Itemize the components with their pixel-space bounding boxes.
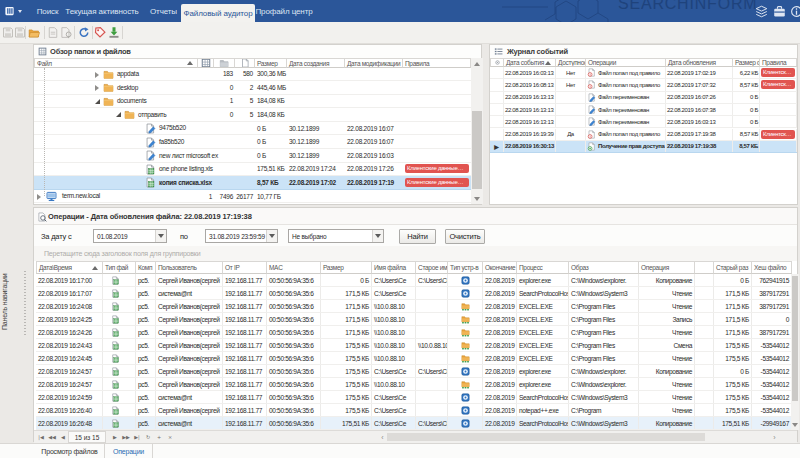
toolbar-button[interactable] — [108, 26, 120, 39]
status-tab[interactable]: Операции — [105, 444, 153, 458]
folder-tree-row[interactable]: new лист microsoft ex 0 Б 30.12.1899 22.… — [34, 149, 471, 163]
menu-tab[interactable]: Поиск — [33, 0, 62, 22]
folder-tree-row[interactable]: one phone listing.xls 175,51 КБ 22.08.20… — [34, 163, 471, 177]
column-header-operation[interactable]: Операции — [586, 58, 666, 67]
column-header-datetime[interactable]: Дата\Время — [36, 261, 103, 274]
pager-button[interactable]: + — [154, 432, 164, 442]
operation-row[interactable]: 22.08.2019 16:24:45 pc5. Сергей Иванов(с… — [36, 352, 792, 365]
scroll-right-button[interactable]: › — [770, 432, 779, 442]
app-menu-caret-icon[interactable] — [18, 10, 22, 13]
navigation-panel-label[interactable]: Панель навигации — [1, 256, 13, 348]
clear-button[interactable]: Очистить — [445, 229, 485, 244]
operation-row[interactable]: 22.08.2019 16:24:08 pc5. Сергей Иванов(с… — [36, 300, 792, 313]
folder-tree-row[interactable]: appdata 183 580 300,36 МБ — [34, 68, 471, 82]
pager-button[interactable]: ◀◀ — [47, 432, 57, 442]
rule-filter-combobox[interactable]: Не выбрано — [288, 229, 384, 243]
scrollbar-thumb[interactable] — [387, 433, 705, 441]
operation-row[interactable]: 22.08.2019 16:24:57 pc5. Сергей Иванов(с… — [36, 365, 792, 378]
operation-row[interactable]: 22.08.2019 16:24:25 pc5. Сергей Иванов(с… — [36, 313, 792, 326]
column-header-process[interactable]: Процесс — [517, 261, 569, 274]
operation-row[interactable]: 22.08.2019 16:17:07 pc5. система@nt 192.… — [36, 287, 792, 300]
horizontal-scrollbar[interactable]: ‹ › — [378, 432, 779, 442]
operation-row[interactable]: 22.08.2019 16:24:43 pc5. Сергей Иванов(с… — [36, 339, 792, 352]
folder-tree-row[interactable]: отправить 0 5 184,08 КБ — [34, 108, 471, 122]
date-from-combobox[interactable]: 01.08.2019 — [93, 229, 167, 243]
expand-arrow-icon[interactable] — [95, 99, 100, 104]
column-header-device-type[interactable]: Тип устр-в — [448, 261, 483, 274]
app-menu-button[interactable] — [5, 5, 16, 17]
group-by-area[interactable]: Перетащите сюда заголовок поля для групп… — [34, 246, 797, 261]
event-row[interactable]: 22.08.2019 16:13:13 Файл переименован 22… — [490, 104, 797, 116]
pager-button[interactable]: ◀ — [58, 432, 68, 442]
event-row[interactable]: ▶ 22.08.2019 16:30:13 Получение прав дос… — [490, 141, 797, 153]
event-row[interactable]: 22.08.2019 16:03:13 Нет Файл попал под п… — [490, 67, 797, 79]
dropdown-arrow-icon[interactable] — [266, 230, 277, 242]
scrollbar-thumb[interactable] — [472, 111, 482, 189]
expand-arrow-icon[interactable] — [95, 72, 99, 78]
column-header-operation[interactable]: Операция — [639, 261, 695, 274]
find-button[interactable]: Найти — [399, 229, 436, 244]
column-header-image[interactable]: Образ — [569, 261, 639, 274]
pager-button[interactable]: ↻ — [143, 432, 153, 442]
expand-arrow-icon[interactable] — [95, 85, 99, 91]
pager-button[interactable]: × — [165, 432, 175, 442]
toolbar-button[interactable] — [28, 26, 40, 39]
event-row[interactable]: 22.08.2019 16:13:13 Файл переименован 22… — [490, 116, 797, 128]
toolbar-button[interactable] — [2, 26, 14, 39]
folder-tree-row[interactable]: копия списка.xlsx 8,57 КБ 22.08.2019 17:… — [34, 176, 471, 190]
toolbar-button[interactable] — [94, 26, 106, 39]
column-header-rules[interactable]: Правила — [760, 58, 797, 67]
expand-arrow-icon[interactable] — [116, 112, 121, 117]
folders-vertical-scrollbar[interactable] — [471, 58, 483, 204]
column-header-created[interactable]: Дата создания — [287, 58, 345, 68]
scroll-left-button[interactable]: ‹ — [378, 432, 387, 442]
column-header-modified[interactable]: Дата модификации — [345, 58, 403, 68]
status-tab[interactable]: Просмотр файлов — [35, 444, 105, 458]
scroll-up-button[interactable] — [471, 58, 483, 69]
folder-tree-row[interactable]: 9475b520 0 Б 30.12.1899 22.08.2019 16:07 — [34, 122, 471, 136]
operation-row[interactable]: 22.08.2019 16:26:48 pc5. система@nt 192.… — [36, 417, 792, 430]
column-header-filename[interactable]: Имя файла — [372, 261, 416, 274]
column-header-event-date[interactable]: Дата события — [504, 58, 556, 67]
event-row[interactable]: 22.08.2019 16:08:13 Нет Файл попал под п… — [490, 79, 797, 91]
column-header-ip[interactable]: От IP — [223, 261, 267, 274]
column-header-hash[interactable]: Хеш файло — [752, 261, 792, 274]
column-header-rules-count[interactable] — [198, 58, 214, 68]
column-header-folders-count[interactable] — [214, 58, 235, 68]
column-header-rules[interactable]: Правила — [403, 58, 471, 68]
scrollbar-thumb[interactable] — [792, 276, 798, 401]
pager-button[interactable]: ▶▶ — [121, 432, 131, 442]
event-row[interactable]: 22.08.2019 16:13:13 Файл переименован 22… — [490, 92, 797, 104]
scroll-down-button[interactable] — [471, 193, 483, 204]
column-header-computer[interactable]: Комп — [136, 261, 156, 274]
operation-row[interactable]: 22.08.2019 16:24:57 pc5. Сергей Иванов(с… — [36, 378, 792, 391]
toolbar-button[interactable] — [78, 26, 90, 39]
column-header-files-count[interactable] — [235, 58, 255, 68]
menubar-right-icon[interactable] — [755, 5, 768, 18]
column-header-mac[interactable]: MAC — [267, 261, 321, 274]
column-header-old-name[interactable]: Старое имя — [416, 261, 448, 274]
folder-tree-row[interactable]: fa85b520 0 Б 30.12.1899 22.08.2019 16:07 — [34, 136, 471, 150]
operation-row[interactable]: 22.08.2019 16:26:40 pc5. Сергей Иванов(с… — [36, 404, 792, 417]
scroll-down-button[interactable] — [791, 419, 799, 430]
date-to-combobox[interactable]: 31.08.2019 23:59:59 — [205, 229, 278, 243]
folder-tree-row[interactable]: documents 1 5 184,08 КБ — [34, 95, 471, 109]
pager-button[interactable]: ▶ — [110, 432, 120, 442]
column-header-user[interactable]: Пользователь — [156, 261, 223, 274]
column-header-end-date[interactable]: Окончание — [483, 261, 517, 274]
column-header-old-size[interactable]: Старый раз — [714, 261, 752, 274]
expand-arrow-icon[interactable] — [37, 194, 41, 200]
pager-button[interactable]: |◀ — [36, 432, 46, 442]
dropdown-arrow-icon[interactable] — [155, 230, 166, 242]
menu-tab[interactable]: Отчеты — [142, 0, 185, 22]
column-header-size[interactable]: Размер — [321, 261, 372, 274]
operation-row[interactable]: 22.08.2019 16:24:59 pc5. система@nt 192.… — [36, 391, 792, 404]
splitter-handle[interactable] — [24, 271, 26, 335]
menubar-right-icon[interactable] — [790, 5, 800, 18]
column-header-size[interactable]: Размер фай — [733, 58, 760, 67]
menu-tab[interactable]: Файловый аудитор — [181, 4, 255, 22]
folder-tree-row[interactable]: term.new.local 1 7496 26177 10,77 ГБ — [34, 190, 471, 204]
menu-tab[interactable]: Текущая активность — [62, 0, 142, 22]
operation-row[interactable]: 22.08.2019 16:17:00 pc5. Сергей Иванов(с… — [36, 274, 792, 287]
column-header-file-type[interactable]: Тип фай — [103, 261, 136, 274]
